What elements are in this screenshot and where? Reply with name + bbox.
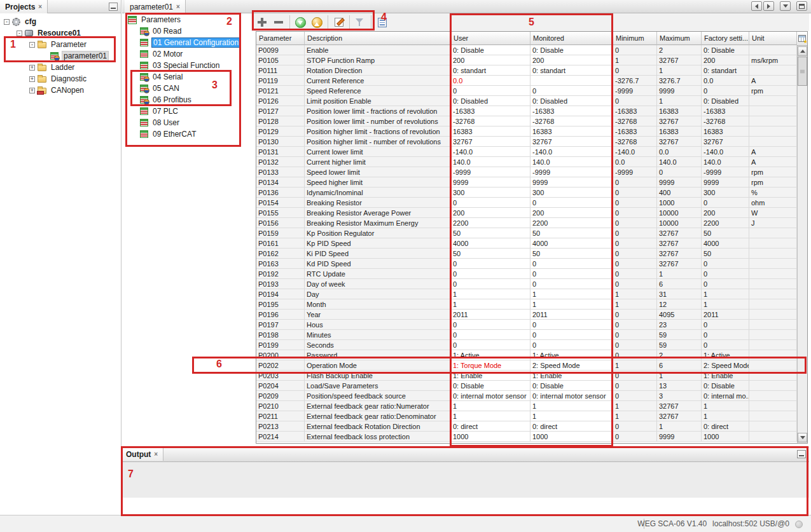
tab-list-dropdown-button[interactable] bbox=[780, 1, 791, 11]
cell-user[interactable]: 16383 bbox=[451, 126, 530, 137]
param-group-03-special[interactable]: 03 Special Function bbox=[125, 60, 249, 71]
tree-item-parameter[interactable]: - Parameter bbox=[0, 39, 121, 50]
cell-monitored[interactable]: 1: Enable bbox=[530, 371, 613, 381]
scroll-tabs-right-button[interactable] bbox=[763, 1, 774, 11]
cell-user[interactable]: 1000 bbox=[451, 432, 530, 442]
tab-output[interactable]: Output × bbox=[121, 447, 163, 461]
cell-monitored[interactable]: 200 bbox=[530, 208, 613, 218]
scroll-tabs-left-button[interactable] bbox=[751, 1, 762, 11]
minimize-panel-icon[interactable] bbox=[109, 3, 118, 11]
cell-monitored[interactable]: -32768 bbox=[530, 116, 613, 126]
cell-monitored[interactable]: 2: Speed Mode bbox=[530, 360, 613, 371]
cell-monitored[interactable]: 1: Active bbox=[530, 350, 613, 360]
expander-toggle-icon[interactable]: - bbox=[29, 42, 35, 48]
cell-monitored[interactable]: 0 bbox=[530, 259, 613, 269]
cell-user[interactable]: 1 bbox=[451, 401, 530, 411]
cell-monitored[interactable]: 200 bbox=[530, 55, 613, 65]
cell-monitored[interactable]: 0: internal motor sensor bbox=[530, 391, 613, 401]
edit-button[interactable] bbox=[328, 15, 347, 29]
cell-monitored[interactable]: 9999 bbox=[530, 177, 613, 188]
cell-user[interactable]: 0: Disable bbox=[451, 381, 530, 391]
cell-monitored[interactable]: 16383 bbox=[530, 126, 613, 137]
expander-toggle-icon[interactable]: + bbox=[29, 65, 35, 71]
tab-projects[interactable]: Projects × bbox=[0, 0, 48, 13]
cell-monitored[interactable]: 0 bbox=[530, 269, 613, 279]
cell-monitored[interactable]: 0 bbox=[530, 340, 613, 350]
cell-user[interactable]: 0 bbox=[451, 86, 530, 96]
cell-monitored[interactable]: 1 bbox=[530, 289, 613, 299]
cell-monitored[interactable]: 0: Disabled bbox=[530, 96, 613, 106]
cell-user[interactable]: 200 bbox=[451, 208, 530, 218]
cell-user[interactable]: 1 bbox=[451, 289, 530, 299]
cell-monitored[interactable]: 0 bbox=[530, 320, 613, 330]
column-header[interactable]: Maximum bbox=[657, 32, 702, 45]
column-header[interactable]: Minimum bbox=[613, 32, 657, 45]
cell-monitored[interactable]: -9999 bbox=[530, 167, 613, 177]
param-group-02-motor[interactable]: 02 Motor bbox=[125, 48, 249, 60]
close-icon[interactable]: × bbox=[154, 451, 158, 458]
cell-user[interactable]: 0 bbox=[451, 340, 530, 350]
tab-parameter01[interactable]: parameter01 × bbox=[125, 0, 186, 13]
cell-monitored[interactable]: 50 bbox=[530, 228, 613, 238]
tree-item-canopen[interactable]: + CANopen bbox=[0, 85, 121, 96]
cell-monitored[interactable]: 0 bbox=[530, 198, 613, 208]
param-group-08-user[interactable]: 08 User bbox=[125, 117, 249, 128]
cell-monitored[interactable]: 1 bbox=[530, 411, 613, 421]
param-group-01-general[interactable]: 01 General Configuration bbox=[125, 37, 249, 48]
scroll-down-button[interactable] bbox=[798, 433, 807, 442]
maximize-window-button[interactable] bbox=[796, 1, 807, 11]
cell-user[interactable]: 0 bbox=[451, 198, 530, 208]
param-group-09-ethercat[interactable]: 09 EtherCAT bbox=[125, 128, 249, 140]
cell-user[interactable]: 0: Disabled bbox=[451, 96, 530, 106]
cell-monitored[interactable] bbox=[530, 76, 613, 86]
write-button[interactable] bbox=[308, 15, 325, 29]
close-icon[interactable]: × bbox=[176, 4, 180, 10]
expander-toggle-icon[interactable]: + bbox=[29, 76, 35, 82]
cell-monitored[interactable]: 0 bbox=[530, 279, 613, 289]
cell-user[interactable]: 9999 bbox=[451, 177, 530, 188]
cell-user[interactable]: -32768 bbox=[451, 116, 530, 126]
cell-user[interactable]: 0 bbox=[451, 279, 530, 289]
param-group-parameters[interactable]: Parameters bbox=[125, 14, 249, 25]
cell-user[interactable]: 0: direct bbox=[451, 421, 530, 432]
cell-user[interactable]: 0.0 bbox=[451, 76, 530, 86]
cell-user[interactable]: 0: Disable bbox=[451, 45, 530, 55]
cell-monitored[interactable]: 300 bbox=[530, 188, 613, 198]
cell-user[interactable]: 0 bbox=[451, 269, 530, 279]
cell-user[interactable]: 1: Enable bbox=[451, 371, 530, 381]
scrollbar-thumb[interactable] bbox=[798, 57, 807, 86]
cell-monitored[interactable]: -16383 bbox=[530, 106, 613, 116]
tree-item-ladder[interactable]: + Ladder bbox=[0, 62, 121, 73]
cell-user[interactable]: 50 bbox=[451, 249, 530, 259]
cell-user[interactable]: -9999 bbox=[451, 167, 530, 177]
cell-user[interactable]: 1 bbox=[451, 411, 530, 421]
cell-user[interactable]: 4000 bbox=[451, 238, 530, 249]
cell-user[interactable]: 300 bbox=[451, 188, 530, 198]
cell-user[interactable]: 1: Torque Mode bbox=[451, 360, 530, 371]
param-group-06-profibus[interactable]: 06 Profibus bbox=[125, 94, 249, 106]
cell-user[interactable]: 200 bbox=[451, 55, 530, 65]
cell-monitored[interactable]: 4000 bbox=[530, 238, 613, 249]
column-header[interactable]: User bbox=[451, 32, 530, 45]
cell-monitored[interactable]: 32767 bbox=[530, 137, 613, 147]
cell-user[interactable]: 2011 bbox=[451, 310, 530, 320]
param-group-07-plc[interactable]: 07 PLC bbox=[125, 106, 249, 117]
scroll-up-button[interactable] bbox=[798, 46, 807, 56]
tree-item-parameter01[interactable]: parameter01 bbox=[0, 50, 121, 62]
column-header[interactable]: Parameter bbox=[256, 32, 305, 45]
cell-monitored[interactable]: -140.0 bbox=[530, 147, 613, 157]
tree-item-cfg[interactable]: - cfg bbox=[0, 16, 121, 27]
remove-button[interactable] bbox=[270, 15, 287, 29]
report-button[interactable] bbox=[371, 15, 390, 29]
minimize-panel-icon[interactable] bbox=[797, 450, 806, 458]
cell-monitored[interactable]: 0: direct bbox=[530, 421, 613, 432]
param-group-05-can[interactable]: 05 CAN bbox=[125, 83, 249, 94]
cell-user[interactable]: 2200 bbox=[451, 218, 530, 228]
cell-user[interactable]: 1: Active bbox=[451, 350, 530, 360]
cell-monitored[interactable]: 50 bbox=[530, 249, 613, 259]
expander-toggle-icon[interactable]: - bbox=[4, 19, 10, 25]
param-group-04-serial[interactable]: 04 Serial bbox=[125, 71, 249, 83]
cell-user[interactable]: 50 bbox=[451, 228, 530, 238]
cell-user[interactable]: 0 bbox=[451, 259, 530, 269]
cell-monitored[interactable]: 140.0 bbox=[530, 157, 613, 167]
